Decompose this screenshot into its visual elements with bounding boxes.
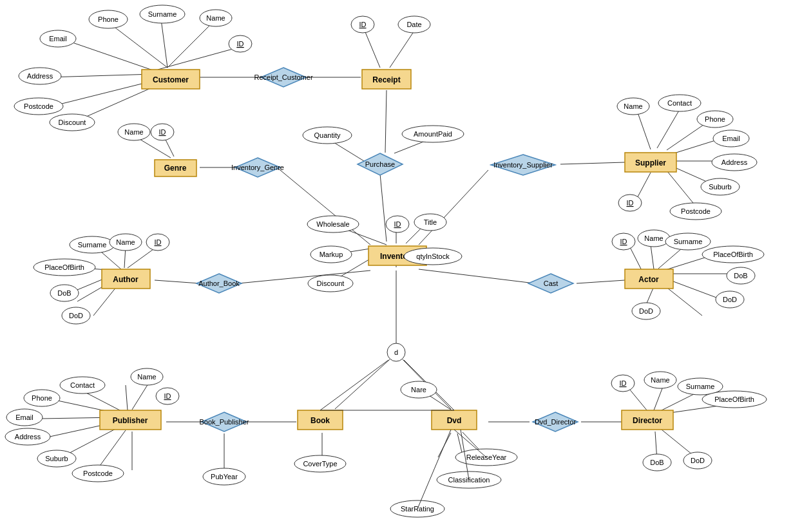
svg-line-23 bbox=[657, 109, 680, 148]
attr-supplier-suburb-label: Suburb bbox=[709, 183, 731, 191]
attr-publisher-name-label: Name bbox=[137, 373, 156, 381]
attr-dvd-releaseyear-label: ReleaseYear bbox=[466, 453, 507, 461]
attr-customer-postcode-label: Postcode bbox=[24, 102, 53, 110]
attr-actor-placeofbirth-label: PlaceOfBirth bbox=[713, 251, 753, 258]
attr-publisher-email-label: Email bbox=[15, 413, 33, 421]
attr-book-covertype-label: CoverType bbox=[303, 460, 337, 468]
attr-purchase-quantity-label: Quantity bbox=[314, 131, 341, 139]
attr-author-name-label: Name bbox=[116, 238, 135, 246]
attr-supplier-postcode-label: Postcode bbox=[681, 207, 711, 215]
relation-inventory-supplier-label: Inventory_Supplier bbox=[493, 161, 553, 169]
svg-line-10 bbox=[364, 29, 380, 68]
relation-book-publisher-label: Book_Publisher bbox=[199, 418, 249, 426]
svg-line-22 bbox=[638, 113, 651, 149]
attr-customer-surname-label: Surname bbox=[148, 10, 177, 18]
attr-customer-id-label: ID bbox=[237, 40, 244, 48]
svg-line-21 bbox=[419, 170, 488, 245]
svg-line-17 bbox=[385, 90, 387, 153]
svg-line-28 bbox=[667, 171, 696, 206]
attr-actor-dod-label: DoD bbox=[723, 296, 737, 303]
attr-supplier-address-label: Address bbox=[721, 158, 748, 166]
entity-actor-label: Actor bbox=[638, 275, 659, 284]
svg-line-7 bbox=[48, 74, 153, 77]
attr-director-surname-label: Surname bbox=[686, 383, 715, 390]
attr-inventory-markup-label: Markup bbox=[320, 251, 343, 258]
svg-line-37 bbox=[155, 280, 200, 283]
attr-author-dod-label: DoD bbox=[69, 312, 83, 319]
attr-publisher-suburb-label: Suburb bbox=[45, 455, 68, 462]
attr-customer-address-label: Address bbox=[27, 72, 53, 80]
attr-director-dob-label: DoB bbox=[650, 459, 664, 466]
attr-publisher-id-label: ID bbox=[164, 392, 171, 400]
attr-supplier-name-label: Name bbox=[624, 102, 642, 110]
er-diagram: Customer Receipt Supplier Genre Inventor… bbox=[0, 0, 802, 532]
attr-director-name-label: Name bbox=[651, 376, 669, 384]
attr-author-surname-label: Surname bbox=[78, 241, 107, 249]
attr-inventory-id-label: ID bbox=[394, 220, 401, 228]
attr-inventory-title-label: Title bbox=[424, 218, 437, 226]
attr-inventory-qtyinstock-label: qtyInStock bbox=[416, 252, 450, 260]
attr-publisher-postcode-label: Postcode bbox=[83, 470, 113, 477]
attr-genre-id-label: ID bbox=[159, 128, 166, 136]
attr-receipt-date-label: Date bbox=[406, 21, 421, 28]
entity-receipt-label: Receipt bbox=[372, 75, 400, 84]
svg-line-20 bbox=[560, 162, 625, 164]
svg-line-2 bbox=[113, 26, 167, 68]
svg-line-16 bbox=[380, 174, 387, 242]
svg-line-62 bbox=[132, 384, 148, 410]
attr-receipt-id-label: ID bbox=[359, 21, 367, 28]
attr-publisher-phone-label: Phone bbox=[32, 394, 52, 402]
svg-line-63 bbox=[84, 392, 121, 411]
attr-inventory-discount-label: Discount bbox=[317, 280, 345, 287]
entity-supplier-label: Supplier bbox=[635, 158, 666, 167]
entity-publisher-label: Publisher bbox=[113, 416, 148, 425]
attr-book-publisher-pubyear-label: PubYear bbox=[211, 473, 238, 480]
attr-actor-surname-label: Surname bbox=[674, 238, 703, 245]
svg-line-89 bbox=[417, 430, 451, 509]
svg-line-84 bbox=[320, 360, 388, 410]
svg-line-5 bbox=[158, 48, 235, 70]
specialization-label: d bbox=[394, 348, 398, 356]
svg-line-6 bbox=[61, 39, 155, 71]
attr-author-dob-label: DoB bbox=[57, 289, 71, 297]
attr-author-id-label: ID bbox=[155, 238, 162, 246]
svg-line-61 bbox=[126, 385, 128, 410]
svg-line-46 bbox=[577, 280, 625, 283]
svg-line-78 bbox=[654, 385, 664, 410]
svg-line-3 bbox=[161, 19, 167, 68]
svg-line-9 bbox=[81, 85, 158, 119]
attr-dvd-something-label: Nare bbox=[411, 386, 426, 394]
attr-author-placeofbirth-label: PlaceOfBirth bbox=[44, 263, 84, 271]
attr-supplier-contact-label: Contact bbox=[667, 99, 692, 107]
svg-line-14 bbox=[138, 138, 171, 158]
svg-line-48 bbox=[651, 245, 654, 269]
attr-publisher-contact-label: Contact bbox=[70, 381, 95, 389]
attr-customer-discount-label: Discount bbox=[59, 119, 86, 126]
entity-director-label: Director bbox=[633, 416, 662, 425]
attr-genre-name-label: Name bbox=[124, 128, 143, 136]
relation-inventory-genre-label: Inventory_Genre bbox=[231, 164, 284, 171]
attr-supplier-email-label: Email bbox=[722, 135, 740, 142]
attr-customer-name-label: Name bbox=[206, 14, 225, 22]
entity-author-label: Author bbox=[113, 275, 138, 284]
attr-supplier-phone-label: Phone bbox=[705, 115, 725, 123]
svg-line-11 bbox=[390, 29, 415, 68]
entity-dvd-label: Dvd bbox=[447, 416, 462, 425]
entity-book-label: Book bbox=[310, 416, 330, 425]
svg-line-47 bbox=[419, 269, 535, 283]
relation-purchase-label: Purchase bbox=[365, 160, 395, 168]
attr-publisher-address-label: Address bbox=[15, 433, 41, 441]
attr-director-dod-label: DoD bbox=[691, 457, 705, 464]
attr-director-placeofbirth-label: PlaceOfBirth bbox=[714, 395, 754, 403]
attr-actor-id-label: ID bbox=[620, 238, 627, 245]
svg-line-18 bbox=[330, 140, 364, 161]
entity-customer-label: Customer bbox=[153, 75, 189, 84]
attr-director-id-label: ID bbox=[620, 379, 627, 387]
attr-customer-phone-label: Phone bbox=[98, 15, 119, 23]
attr-actor-dob-label: DoB bbox=[734, 272, 747, 280]
relation-author-book-label: Author_Book bbox=[198, 280, 240, 287]
svg-line-57 bbox=[335, 359, 390, 409]
entity-genre-label: Genre bbox=[164, 164, 187, 173]
attr-inventory-wholesale-label: Wholesale bbox=[316, 220, 349, 228]
attr-customer-email-label: Email bbox=[49, 35, 67, 43]
